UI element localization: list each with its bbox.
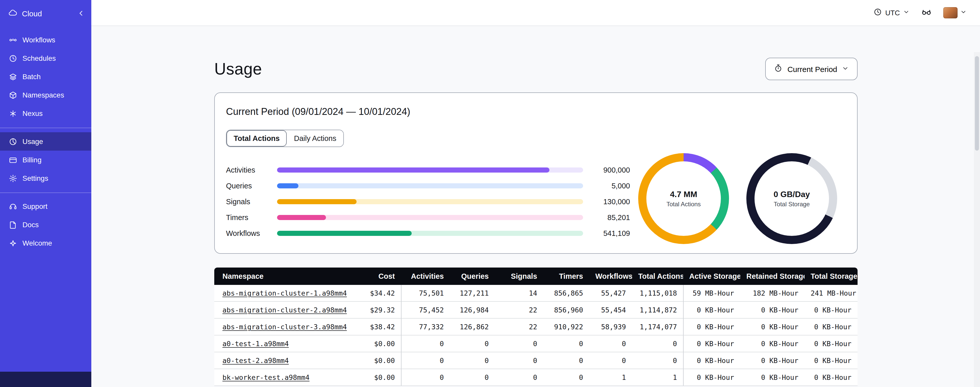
cell-cost: $38.42 xyxy=(359,318,401,336)
bar-row-queries: Queries 5,000 xyxy=(226,180,634,192)
cell-cost: $29.32 xyxy=(359,302,401,318)
sidebar-item-workflows[interactable]: Workflows xyxy=(0,30,91,49)
cell-total-storage: 241 MB-Hour xyxy=(805,285,858,302)
cell-total-actions: 1,174,077 xyxy=(632,318,683,336)
column-header-signals: Signals xyxy=(495,267,543,285)
sidebar-item-namespaces[interactable]: Namespaces xyxy=(0,86,91,104)
sidebar-item-settings[interactable]: Settings xyxy=(0,169,91,187)
sidebar-item-schedules[interactable]: Schedules xyxy=(0,49,91,67)
column-header-total-storage: Total Storage xyxy=(805,267,858,285)
cell-timers: 856,865 xyxy=(543,285,589,302)
cell-signals: 0 xyxy=(495,352,543,369)
cell-workflows: 0 xyxy=(589,336,632,352)
donut-value: 0 GB/Day xyxy=(774,190,810,199)
sidebar-group-account: Usage Billing Settings xyxy=(0,128,91,192)
cell-timers: 910,922 xyxy=(543,318,589,336)
cell-retained-storage: 0 KB-Hour xyxy=(740,336,805,352)
donut-center: 4.7 MM Total Actions xyxy=(646,162,721,236)
table-row: bk-worker-test.a98mm4 $0.00 0 0 0 0 1 1 … xyxy=(214,369,858,386)
namespaces-icon xyxy=(8,90,18,99)
cell-activities: 0 xyxy=(401,352,450,369)
sidebar-item-batch[interactable]: Batch xyxy=(0,67,91,86)
total-actions-donut: 4.7 MM Total Actions xyxy=(638,153,729,244)
cell-queries: 126,984 xyxy=(450,302,495,318)
current-period-card: Current Period (09/01/2024 — 10/01/2024)… xyxy=(214,93,858,254)
cell-total-storage: 0 KB-Hour xyxy=(805,336,858,352)
sidebar-collapse-button[interactable] xyxy=(77,9,85,18)
tab-daily-actions[interactable]: Daily Actions xyxy=(287,130,343,147)
sidebar-item-label: Namespaces xyxy=(22,91,64,99)
namespace-link[interactable]: abs-migration-cluster-1.a98mm4 xyxy=(223,289,347,297)
bar-label: Timers xyxy=(226,213,277,222)
sidebar-item-label: Support xyxy=(22,202,48,210)
chevron-down-icon xyxy=(903,9,910,17)
user-menu[interactable] xyxy=(943,7,967,18)
bar-label: Activities xyxy=(226,166,277,174)
timezone-label: UTC xyxy=(885,9,900,17)
cell-retained-storage: 0 KB-Hour xyxy=(740,302,805,318)
sidebar-item-label: Welcome xyxy=(22,239,52,247)
tab-total-actions[interactable]: Total Actions xyxy=(226,130,287,147)
avatar xyxy=(943,7,958,18)
cell-retained-storage: 0 KB-Hour xyxy=(740,369,805,386)
sidebar-brand[interactable]: Cloud xyxy=(0,0,91,27)
cell-cost: $34.42 xyxy=(359,285,401,302)
bar-fill xyxy=(277,183,298,189)
table-header-row: Namespace Cost Activities Queries Signal… xyxy=(214,267,858,285)
cell-signals: 0 xyxy=(495,336,543,352)
bar-fill xyxy=(277,231,412,236)
topbar: UTC xyxy=(91,0,980,26)
sidebar-item-billing[interactable]: Billing xyxy=(0,150,91,169)
period-dropdown-button[interactable]: Current Period xyxy=(765,58,858,80)
bar-fill xyxy=(277,215,326,220)
privacy-glasses-icon[interactable] xyxy=(921,6,932,19)
bar-track xyxy=(277,231,583,236)
cell-active-storage: 0 KB-Hour xyxy=(683,369,740,386)
donut-label: Total Actions xyxy=(667,200,701,208)
cell-workflows: 1 xyxy=(589,369,632,386)
bar-value: 900,000 xyxy=(583,166,630,174)
cell-total-actions: 1 xyxy=(632,369,683,386)
namespace-link[interactable]: bk-worker-test.a98mm4 xyxy=(223,373,309,381)
cell-signals: 0 xyxy=(495,369,543,386)
cell-total-actions: 1,114,872 xyxy=(632,302,683,318)
sidebar-item-nexus[interactable]: Nexus xyxy=(0,104,91,123)
scrollbar-thumb[interactable] xyxy=(975,56,979,150)
cell-workflows: 58,939 xyxy=(589,318,632,336)
page-title: Usage xyxy=(214,59,262,78)
namespace-link[interactable]: abs-migration-cluster-3.a98mm4 xyxy=(223,323,347,331)
sidebar-item-docs[interactable]: Docs xyxy=(0,216,91,234)
namespace-link[interactable]: a0-test-1.a98mm4 xyxy=(223,339,289,348)
support-icon xyxy=(8,201,18,211)
sidebar-item-welcome[interactable]: Welcome xyxy=(0,234,91,252)
cell-active-storage: 0 KB-Hour xyxy=(683,302,740,318)
sidebar-item-support[interactable]: Support xyxy=(0,197,91,216)
sidebar-item-label: Nexus xyxy=(22,109,43,117)
bar-track xyxy=(277,168,583,173)
cell-total-actions: 0 xyxy=(632,336,683,352)
bar-label: Workflows xyxy=(226,229,277,237)
timezone-select[interactable]: UTC xyxy=(873,8,910,18)
total-storage-donut: 0 GB/Day Total Storage xyxy=(746,153,837,244)
cell-cost: $0.00 xyxy=(359,369,401,386)
cell-timers: 0 xyxy=(543,336,589,352)
actions-view-tabs: Total Actions Daily Actions xyxy=(226,130,344,147)
namespace-link[interactable]: a0-test-2.a98mm4 xyxy=(223,357,289,365)
sidebar-item-usage[interactable]: Usage xyxy=(0,132,91,150)
bar-row-activities: Activities 900,000 xyxy=(226,165,634,176)
bar-label: Signals xyxy=(226,198,277,206)
bar-row-workflows: Workflows 541,109 xyxy=(226,228,634,239)
sidebar-item-label: Schedules xyxy=(22,54,56,62)
usage-icon xyxy=(8,137,18,146)
donut-value: 4.7 MM xyxy=(670,190,697,199)
column-header-namespace: Namespace xyxy=(214,267,359,285)
cell-activities: 77,332 xyxy=(401,318,450,336)
column-header-active-storage: Active Storage xyxy=(683,267,740,285)
column-header-queries: Queries xyxy=(450,267,495,285)
namespace-link[interactable]: abs-migration-cluster-2.a98mm4 xyxy=(223,306,347,314)
billing-icon xyxy=(8,155,18,165)
card-title: Current Period (09/01/2024 — 10/01/2024) xyxy=(226,106,846,117)
donut-center: 0 GB/Day Total Storage xyxy=(754,162,829,236)
cell-total-storage: 0 KB-Hour xyxy=(805,318,858,336)
clock-icon xyxy=(873,8,882,18)
